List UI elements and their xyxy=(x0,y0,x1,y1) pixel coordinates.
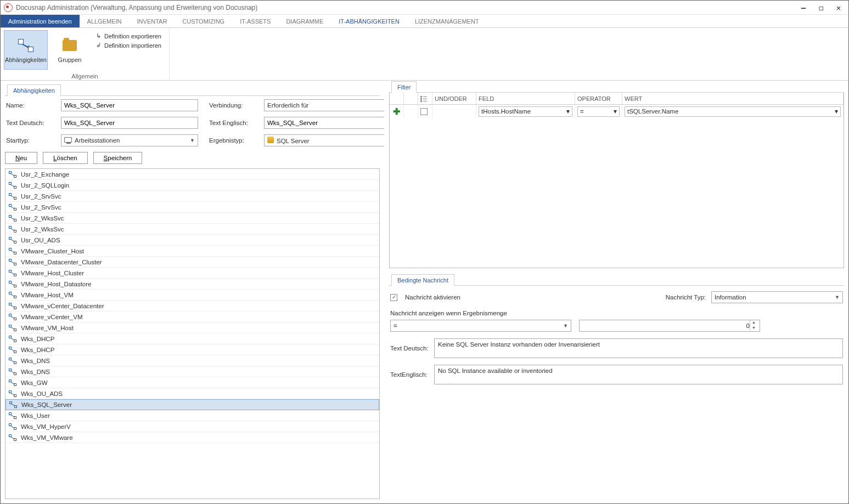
dependency-item-icon xyxy=(9,380,16,386)
list-item-label: VMware_vCenter_Datacenter xyxy=(21,303,104,309)
add-filter-button[interactable]: ✚ xyxy=(390,105,404,118)
list-item[interactable]: Wks_DHCP xyxy=(5,344,379,355)
tab-admin-end[interactable]: Administration beenden xyxy=(1,15,80,27)
checkbox-activate[interactable] xyxy=(390,294,397,301)
dependency-item-icon xyxy=(9,237,16,243)
label-cond: Nachricht anzeigen wenn Ergebnismenge xyxy=(390,310,843,316)
list-item[interactable]: Wks_SQL_Server xyxy=(5,399,379,410)
list-item[interactable]: VMware_Host_Cluster xyxy=(5,268,379,279)
list-item[interactable]: Wks_DHCP xyxy=(5,333,379,344)
filter-row: ✚ tHosts.HostName▾ =▾ tSQLServer.Name▾ xyxy=(390,105,844,118)
ribbon-btn-abhaengigkeiten[interactable]: Abhängigkeiten xyxy=(4,30,48,70)
list-item[interactable]: VMware_vCenter_VM xyxy=(5,312,379,322)
label-text-de: Text Deutsch: xyxy=(6,120,50,126)
tab-inventar[interactable]: INVENTAR xyxy=(130,15,175,27)
spin-up[interactable]: ▲ xyxy=(750,320,757,326)
chevron-down-icon: ▾ xyxy=(614,107,617,115)
select-cond-op[interactable]: =▼ xyxy=(390,320,571,332)
filter-checkbox[interactable] xyxy=(420,108,428,115)
list-item-label: Wks_VM_VMware xyxy=(21,434,73,441)
tab-customizing[interactable]: CUSTOMIZING xyxy=(175,15,232,27)
textbox-bn-en[interactable]: No SQL Instance available or inventoried xyxy=(434,365,843,384)
dependency-item-icon xyxy=(9,434,16,441)
tab-allgemein[interactable]: ALLGEMEIN xyxy=(80,15,130,27)
list-item[interactable]: Wks_VM_VMware xyxy=(5,432,379,443)
list-item[interactable]: VMware_Host_Datastore xyxy=(5,279,379,290)
list-item[interactable]: Usr_OU_ADS xyxy=(5,235,379,246)
list-item[interactable]: VMware_Cluster_Host xyxy=(5,246,379,257)
list-item[interactable]: Wks_GW xyxy=(5,377,379,388)
ribbon-group-label: Allgemein xyxy=(1,72,169,81)
subtab-filter[interactable]: Filter xyxy=(391,81,417,93)
list-item[interactable]: Usr_2_SrvSvc xyxy=(5,202,379,213)
tab-diagramme[interactable]: DIAGRAMME xyxy=(278,15,331,27)
ribbon-link-export[interactable]: ↳Definition exportieren xyxy=(96,32,161,39)
minimize-button[interactable]: — xyxy=(797,3,810,12)
list-item[interactable]: VMware_Datacenter_Cluster xyxy=(5,257,379,268)
spin-cond-value[interactable]: 0 ▲▼ xyxy=(579,320,760,332)
list-item-label: Usr_2_SrvSvc xyxy=(21,204,61,211)
dependency-item-icon xyxy=(9,303,16,309)
button-row: Neu Löschen Speichern xyxy=(5,152,380,164)
list-item[interactable]: Wks_OU_ADS xyxy=(5,388,379,399)
list-item[interactable]: Usr_2_Exchange xyxy=(5,169,379,180)
list-item[interactable]: VMware_vCenter_Datacenter xyxy=(5,301,379,312)
list-item[interactable]: VMware_VM_Host xyxy=(5,322,379,333)
export-arrow-icon: ↳ xyxy=(96,32,101,39)
right-subtabs-bn: Bedingte Nachricht xyxy=(389,274,844,286)
list-item-label: Wks_OU_ADS xyxy=(21,390,63,397)
list-item[interactable]: Wks_DNS xyxy=(5,366,379,377)
select-nachricht-typ[interactable]: Information▼ xyxy=(711,291,843,303)
list-item[interactable]: Usr_2_WksSvc xyxy=(5,224,379,235)
input-text-de[interactable] xyxy=(61,117,198,129)
cell-wert[interactable]: tSQLServer.Name▾ xyxy=(625,106,841,117)
col-und-oder: UND/ODER xyxy=(432,93,476,104)
list-item-label: Usr_2_SrvSvc xyxy=(21,193,61,200)
list-item-label: VMware_Cluster_Host xyxy=(21,248,84,254)
dependency-item-icon xyxy=(9,248,16,254)
list-item-label: VMware_Host_Datastore xyxy=(21,281,91,287)
list-item[interactable]: Wks_DNS xyxy=(5,355,379,366)
ribbon-btn-gruppen[interactable]: Gruppen xyxy=(48,30,92,70)
btn-loeschen[interactable]: Löschen xyxy=(43,152,88,164)
dependency-item-icon xyxy=(9,358,16,364)
list-item[interactable]: Usr_2_SrvSvc xyxy=(5,191,379,202)
list-item-label: Wks_DHCP xyxy=(21,347,54,353)
tab-it-abhaengigkeiten[interactable]: IT-ABHÄNGIGKEITEN xyxy=(331,15,407,27)
subtab-abhaengigkeiten[interactable]: Abhängigkeiten xyxy=(7,84,61,96)
list-item[interactable]: Usr_2_WksSvc xyxy=(5,213,379,224)
list-item[interactable]: VMware_Host_VM xyxy=(5,290,379,301)
btn-neu[interactable]: Neu xyxy=(5,152,37,164)
input-text-en[interactable] xyxy=(264,117,385,129)
list-item[interactable]: Wks_User xyxy=(5,410,379,421)
tab-it-assets[interactable]: IT-ASSETS xyxy=(232,15,278,27)
cell-operator[interactable]: =▾ xyxy=(577,106,620,117)
left-subtabs: Abhängigkeiten xyxy=(5,84,380,96)
cell-feld[interactable]: tHosts.HostName▾ xyxy=(479,106,572,117)
col-feld: FELD xyxy=(476,93,575,104)
list-item-label: Wks_SQL_Server xyxy=(21,401,72,408)
close-button[interactable]: ✕ xyxy=(832,3,845,12)
spin-down[interactable]: ▼ xyxy=(750,326,757,331)
textbox-bn-de[interactable]: Keine SQL Server Instanz vorhanden oder … xyxy=(434,338,843,358)
input-name[interactable] xyxy=(61,99,198,111)
list-item-label: VMware_Host_VM xyxy=(21,292,74,298)
subtab-bedingte-nachricht[interactable]: Bedingte Nachricht xyxy=(391,274,454,286)
dependency-item-icon xyxy=(9,281,16,287)
list-icon xyxy=(420,95,427,102)
list-item[interactable]: Usr_2_SQLLogin xyxy=(5,180,379,191)
list-item[interactable]: Wks_VM_HyperV xyxy=(5,421,379,432)
dependency-list[interactable]: Usr_2_ExchangeUsr_2_SQLLoginUsr_2_SrvSvc… xyxy=(5,169,379,499)
form-grid: Name: Verbindung: Erforderlich für▼ Text… xyxy=(5,96,380,152)
maximize-button[interactable]: ◻ xyxy=(814,3,828,12)
titlebar: Docusnap Administration (Verwaltung, Anp… xyxy=(1,1,848,15)
sql-server-icon xyxy=(267,137,274,143)
select-verbindung[interactable]: Erforderlich für▼ xyxy=(264,99,385,111)
list-item-label: Wks_GW xyxy=(21,380,48,386)
btn-speichern[interactable]: Speichern xyxy=(93,152,143,164)
select-starttyp[interactable]: Arbeitsstationen▼ xyxy=(61,134,198,146)
tab-lizenzmanagement[interactable]: LIZENZMANAGEMENT xyxy=(407,15,487,27)
select-ergebnistyp[interactable]: SQL Server▼ xyxy=(264,134,385,146)
ribbon-link-import[interactable]: ↲Definition importieren xyxy=(96,42,161,49)
filter-header: UND/ODER FELD OPERATOR WERT xyxy=(390,93,844,105)
